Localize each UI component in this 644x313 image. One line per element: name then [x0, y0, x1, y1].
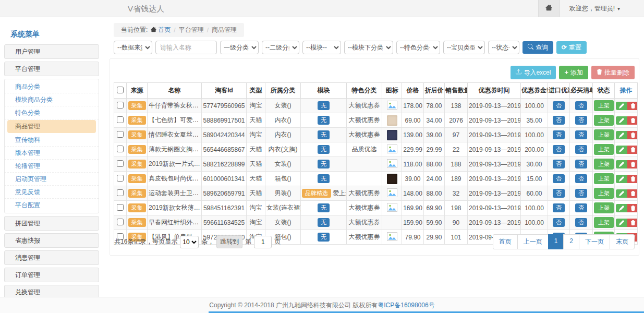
status-button[interactable]: 上架 — [594, 129, 614, 140]
import-flag-badge[interactable]: 否 — [553, 116, 565, 125]
row-checkbox[interactable] — [117, 102, 124, 109]
user-menu[interactable]: 欢迎您，管理员! — [560, 4, 644, 13]
delete-button[interactable] — [627, 189, 638, 198]
sidebar-subitem[interactable]: 商品管理 — [7, 120, 96, 133]
import-flag-badge[interactable]: 否 — [553, 203, 565, 213]
row-checkbox[interactable] — [117, 160, 124, 167]
feature-category-filter[interactable]: --特色分类-- — [396, 41, 440, 54]
row-checkbox[interactable] — [117, 175, 124, 182]
row-checkbox[interactable] — [117, 189, 124, 196]
sidebar-group-users[interactable]: 用户管理 — [4, 44, 99, 59]
delete-button[interactable] — [627, 160, 638, 168]
name-search-input[interactable] — [155, 41, 217, 54]
edit-button[interactable] — [616, 160, 627, 168]
must-buy-flag-badge[interactable]: 否 — [575, 218, 587, 227]
level1-category-filter[interactable]: 一级分类 — [220, 41, 259, 54]
module-filter[interactable]: --模块-- — [302, 41, 341, 54]
must-buy-flag-badge[interactable]: 否 — [575, 116, 587, 125]
item-type-filter[interactable]: --宝贝类型-- — [443, 41, 485, 54]
page-button[interactable]: 末页 — [610, 234, 635, 249]
import-flag-badge[interactable]: 否 — [553, 101, 565, 111]
edit-button[interactable] — [616, 175, 627, 183]
edit-button[interactable] — [616, 204, 627, 212]
status-button[interactable]: 上架 — [594, 188, 614, 199]
row-checkbox[interactable] — [117, 219, 124, 225]
must-buy-flag-badge[interactable]: 否 — [575, 174, 587, 184]
sidebar-subitem[interactable]: 轮播管理 — [5, 160, 99, 173]
sidebar-subitem[interactable]: 特色分类 — [5, 106, 99, 119]
edit-button[interactable] — [616, 102, 627, 110]
add-button[interactable]: 添加 — [559, 66, 588, 79]
sidebar-group[interactable]: 订单管理 — [4, 268, 99, 282]
status-button[interactable]: 上架 — [594, 217, 614, 228]
home-button[interactable] — [538, 0, 560, 17]
sidebar-group[interactable]: 省惠快报 — [4, 233, 99, 248]
status-button[interactable]: 上架 — [594, 144, 614, 155]
import-flag-badge[interactable]: 否 — [553, 218, 565, 227]
import-flag-badge[interactable]: 否 — [553, 145, 565, 154]
import-flag-badge[interactable]: 否 — [553, 189, 565, 198]
import-excel-button[interactable]: 导入excel — [511, 66, 556, 79]
per-page-select[interactable]: 10 — [180, 236, 199, 248]
row-checkbox[interactable] — [117, 204, 124, 211]
sidebar-group-platform[interactable]: 平台管理 — [4, 62, 99, 76]
batch-delete-button[interactable]: 批量删除 — [591, 66, 635, 79]
sidebar-group[interactable]: 消息管理 — [4, 250, 99, 265]
row-checkbox[interactable] — [117, 146, 124, 152]
must-buy-flag-badge[interactable]: 否 — [575, 130, 587, 140]
status-button[interactable]: 上架 — [594, 115, 614, 126]
page-button[interactable]: 上一页 — [517, 234, 549, 249]
status-button[interactable]: 上架 — [594, 159, 614, 170]
page-button[interactable]: 1 — [548, 234, 564, 249]
page-button[interactable]: 下一页 — [579, 234, 610, 249]
edit-button[interactable] — [616, 146, 627, 154]
delete-button[interactable] — [627, 204, 638, 212]
row-checkbox[interactable] — [117, 116, 124, 123]
row-checkbox[interactable] — [117, 131, 124, 138]
breadcrumb-home[interactable]: 首页 — [151, 26, 171, 34]
sidebar-subitem[interactable]: 启动页管理 — [5, 173, 99, 186]
must-buy-flag-badge[interactable]: 否 — [575, 189, 587, 198]
page-button[interactable]: 首页 — [493, 234, 518, 249]
status-button[interactable]: 上架 — [594, 202, 614, 213]
import-flag-badge[interactable]: 否 — [553, 160, 565, 169]
level2-category-filter[interactable]: --二级分类-- — [262, 41, 299, 54]
delete-button[interactable] — [627, 219, 638, 227]
delete-button[interactable] — [627, 131, 638, 139]
sidebar-subitem[interactable]: 平台配置 — [5, 199, 99, 212]
import-flag-badge[interactable]: 否 — [553, 174, 565, 184]
import-flag-badge[interactable]: 否 — [553, 130, 565, 140]
sidebar-subitem[interactable]: 商品分类 — [5, 80, 99, 93]
must-buy-flag-badge[interactable]: 否 — [575, 101, 587, 111]
sidebar-subitem[interactable]: 宣传物料 — [5, 134, 99, 147]
delete-button[interactable] — [627, 146, 638, 154]
edit-button[interactable] — [616, 131, 627, 139]
reset-button[interactable]: 重置 — [556, 41, 587, 54]
must-buy-flag-badge[interactable]: 否 — [575, 145, 587, 154]
delete-button[interactable] — [627, 175, 638, 183]
sidebar-subitem[interactable]: 版本管理 — [5, 147, 99, 160]
column-header: 所属分类 — [265, 83, 301, 99]
must-buy-flag-badge[interactable]: 否 — [575, 203, 587, 213]
module-subcategory-filter[interactable]: --模块下分类-- — [344, 41, 393, 54]
status-button[interactable]: 上架 — [594, 173, 614, 184]
delete-button[interactable] — [627, 116, 638, 125]
data-source-filter[interactable]: --数据来源-- — [114, 41, 152, 54]
sidebar-subitem[interactable]: 意见反馈 — [5, 186, 99, 199]
jump-button[interactable]: 跳转到 — [216, 235, 242, 248]
sidebar-group[interactable]: 拼团管理 — [4, 216, 99, 231]
status-filter[interactable]: --状态-- — [488, 41, 519, 54]
jump-page-input[interactable] — [254, 236, 272, 248]
status-button[interactable]: 上架 — [594, 100, 614, 111]
query-button[interactable]: 查询 — [523, 41, 553, 54]
edit-button[interactable] — [616, 116, 627, 125]
edit-button[interactable] — [616, 189, 627, 198]
sales-count: 2076 — [445, 113, 468, 128]
must-buy-flag-badge[interactable]: 否 — [575, 160, 587, 169]
edit-button[interactable] — [616, 219, 627, 227]
icp-link[interactable]: 粤ICP备16098006号 — [378, 302, 434, 309]
sidebar-subitem[interactable]: 模块商品分类 — [5, 93, 99, 106]
page-button[interactable]: 2 — [563, 234, 579, 249]
delete-button[interactable] — [627, 102, 638, 110]
select-all-checkbox[interactable] — [117, 87, 124, 93]
